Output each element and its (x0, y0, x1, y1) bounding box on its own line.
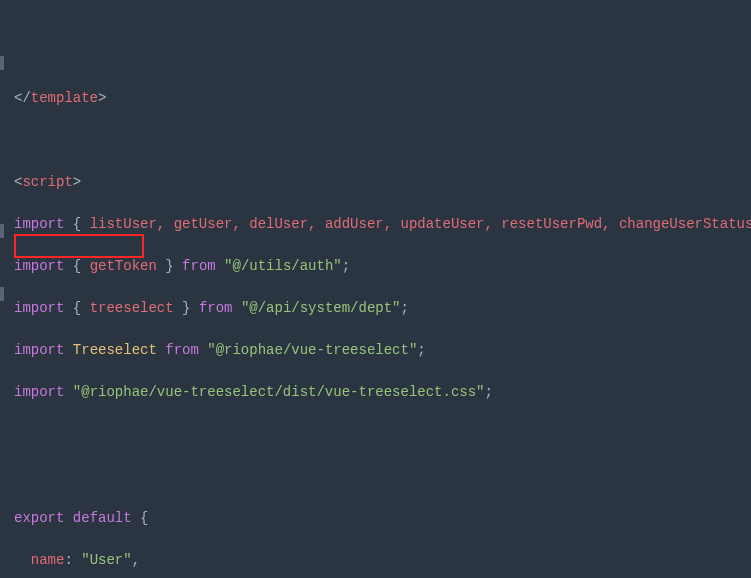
tag-close: > (98, 90, 106, 106)
code-line (14, 466, 751, 487)
import-default: Treeselect (73, 342, 157, 358)
keyword-from: from (182, 258, 216, 274)
string-value: "User" (81, 552, 131, 568)
import-path: "@riophae/vue-treeselect" (207, 342, 417, 358)
keyword-import: import (14, 384, 64, 400)
code-line: import "@riophae/vue-treeselect/dist/vue… (14, 382, 751, 403)
prop-name: name (31, 552, 65, 568)
gutter-marker (0, 56, 4, 70)
code-line: <script> (14, 172, 751, 193)
tag-name: script (22, 174, 72, 190)
keyword-default: default (73, 510, 132, 526)
highlight-annotation (14, 234, 144, 258)
import-names: treeselect (90, 300, 174, 316)
code-line: import Treeselect from "@riophae/vue-tre… (14, 340, 751, 361)
code-line: name: "User", (14, 550, 751, 571)
import-path: "@/api/system/dept" (241, 300, 401, 316)
tag-open: </ (14, 90, 31, 106)
gutter-marker (0, 287, 4, 301)
import-path: "@/utils/auth" (224, 258, 342, 274)
keyword-from: from (165, 342, 199, 358)
keyword-import: import (14, 258, 64, 274)
code-line: import { treeselect } from "@/api/system… (14, 298, 751, 319)
code-editor[interactable]: </template> <script> import { listUser, … (0, 0, 751, 578)
code-line (14, 424, 751, 445)
tag-close: > (73, 174, 81, 190)
import-path: "@riophae/vue-treeselect/dist/vue-treese… (73, 384, 485, 400)
import-names: listUser, getUser, delUser, addUser, upd… (90, 216, 751, 232)
code-line: import { getToken } from "@/utils/auth"; (14, 256, 751, 277)
keyword-import: import (14, 300, 64, 316)
code-line: </template> (14, 88, 751, 109)
keyword-export: export (14, 510, 64, 526)
import-names: getToken (90, 258, 157, 274)
keyword-import: import (14, 342, 64, 358)
code-line (14, 130, 751, 151)
code-line: export default { (14, 508, 751, 529)
tag-name: template (31, 90, 98, 106)
keyword-from: from (199, 300, 233, 316)
code-line: import { listUser, getUser, delUser, add… (14, 214, 751, 235)
gutter-marker (0, 224, 4, 238)
keyword-import: import (14, 216, 64, 232)
